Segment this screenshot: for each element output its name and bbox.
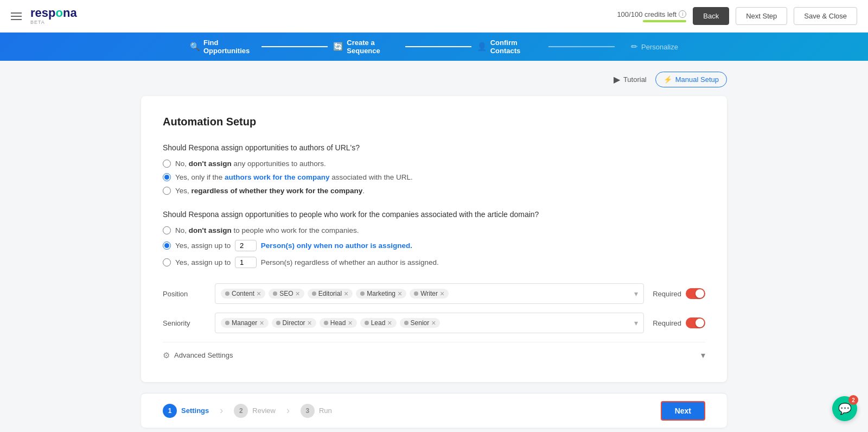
tag-lead: Lead×	[360, 318, 397, 328]
step-line-1	[261, 46, 328, 47]
seniority-tag-input[interactable]: Manager× Director× Head× Lead× Senior× ▾	[215, 313, 644, 333]
credits-info-icon[interactable]: i	[679, 10, 686, 18]
q2-option-no[interactable]: No, don't assign to people who work for …	[163, 226, 705, 234]
tag-director: Director×	[272, 318, 316, 328]
q2-radio-no[interactable]	[163, 226, 171, 234]
tag-content: Content×	[221, 289, 265, 298]
seniority-required-toggle[interactable]	[686, 317, 705, 328]
wizard-bar: 1 Settings › 2 Review › 3 Run Next	[141, 393, 727, 428]
credits-bar	[643, 20, 686, 22]
chat-badge: 2	[848, 395, 858, 405]
save-close-button[interactable]: Save & Close	[794, 7, 857, 25]
progress-bar: 🔍 Find Opportunities 🔄 Create a Sequence…	[0, 33, 868, 61]
q2-number-regardless[interactable]	[235, 257, 257, 268]
gear-icon: ⚙	[163, 351, 170, 360]
q1-radio-company[interactable]	[163, 173, 171, 181]
position-tag-input[interactable]: Content× SEO× Editorial× Marketing× Writ…	[215, 283, 644, 304]
tutorial-button[interactable]: ▶ Tutorial	[614, 74, 647, 85]
next-button[interactable]: Next	[661, 401, 705, 421]
next-step-button[interactable]: Next Step	[736, 7, 787, 25]
wizard-step-settings[interactable]: 1 Settings	[163, 404, 209, 418]
seniority-required: Required	[653, 317, 705, 328]
section-companies: Should Respona assign opportunities to p…	[163, 210, 705, 268]
q2-number-no-author[interactable]	[235, 240, 257, 251]
seniority-row: Seniority Manager× Director× Head× Lead×…	[163, 313, 705, 333]
step-confirm-contacts[interactable]: 👤 Confirm Contacts	[477, 39, 543, 55]
play-icon: ▶	[614, 74, 620, 85]
question-1: Should Respona assign opportunities to a…	[163, 143, 705, 152]
wizard-step-3-num: 3	[301, 404, 315, 418]
wizard-step-1-label: Settings	[181, 406, 209, 415]
logo-beta: BETA	[30, 20, 45, 25]
step-create-sequence[interactable]: 🔄 Create a Sequence	[333, 39, 399, 55]
step-find-opportunities[interactable]: 🔍 Find Opportunities	[190, 39, 256, 55]
advanced-settings-chevron-icon: ▾	[701, 350, 705, 360]
tag-editorial: Editorial×	[308, 289, 353, 298]
content-area: ▶ Tutorial ⚡ Manual Setup Automation Set…	[125, 61, 743, 432]
wizard-step-2-num: 2	[234, 404, 248, 418]
card-title: Automation Setup	[163, 116, 705, 128]
tag-head: Head×	[320, 318, 357, 328]
q1-radio-no[interactable]	[163, 160, 171, 168]
position-required: Required	[653, 288, 705, 299]
credits-info: 100/100 credits left i	[617, 10, 686, 22]
advanced-settings-left: ⚙ Advanced Settings	[163, 351, 233, 360]
step-line-2	[405, 46, 471, 47]
wizard-arrow-1: ›	[213, 403, 229, 419]
seniority-label: Seniority	[163, 319, 206, 327]
logo: respona BETA	[30, 7, 77, 25]
top-actions: ▶ Tutorial ⚡ Manual Setup	[141, 72, 727, 87]
step-personalize[interactable]: ✏ Personalize	[631, 42, 678, 52]
q2-radio-no-author[interactable]	[163, 242, 171, 250]
seniority-chevron-icon: ▾	[634, 319, 638, 327]
contacts-icon: 👤	[477, 42, 487, 52]
q2-radio-regardless[interactable]	[163, 258, 171, 266]
sequence-icon: 🔄	[333, 42, 343, 52]
q1-option-company[interactable]: Yes, only if the authors work for the co…	[163, 173, 705, 181]
main-card: Automation Setup Should Respona assign o…	[141, 96, 727, 382]
personalize-icon: ✏	[631, 42, 638, 52]
q2-option-no-author[interactable]: Yes, assign up to Person(s) only when no…	[163, 240, 705, 251]
section-authors: Should Respona assign opportunities to a…	[163, 143, 705, 195]
progress-steps: 🔍 Find Opportunities 🔄 Create a Sequence…	[190, 39, 678, 55]
q1-option-regardless[interactable]: Yes, regardless of whether they work for…	[163, 187, 705, 195]
q1-option-no[interactable]: No, don't assign any opportunities to au…	[163, 160, 705, 168]
q1-radio-regardless[interactable]	[163, 187, 171, 195]
step-line-3	[548, 46, 615, 47]
logo-text: respona	[30, 7, 77, 19]
wizard-step-1-num: 1	[163, 404, 177, 418]
header-right: 100/100 credits left i Back Next Step Sa…	[617, 7, 857, 25]
back-button[interactable]: Back	[693, 7, 729, 25]
position-required-toggle[interactable]	[686, 288, 705, 299]
position-row: Position Content× SEO× Editorial× Market…	[163, 283, 705, 304]
wizard-step-run[interactable]: 3 Run	[301, 404, 332, 418]
header: respona BETA 100/100 credits left i Back…	[0, 0, 868, 33]
tag-senior: Senior×	[400, 318, 441, 328]
chat-bubble[interactable]: 💬 2	[832, 396, 857, 421]
tag-writer: Writer×	[410, 289, 449, 298]
lightning-icon: ⚡	[663, 75, 672, 84]
manual-setup-button[interactable]: ⚡ Manual Setup	[655, 72, 727, 87]
credits-bar-fill	[643, 20, 686, 22]
tag-marketing: Marketing×	[356, 289, 406, 298]
chat-icon: 💬	[838, 402, 852, 415]
search-icon: 🔍	[190, 42, 200, 52]
tag-manager: Manager×	[221, 318, 269, 328]
wizard-step-review[interactable]: 2 Review	[234, 404, 276, 418]
position-label: Position	[163, 290, 206, 298]
wizard-arrow-2: ›	[280, 403, 296, 419]
credits-label: 100/100 credits left i	[617, 10, 686, 18]
question-2: Should Respona assign opportunities to p…	[163, 210, 705, 219]
position-chevron-icon: ▾	[634, 289, 638, 298]
tag-seo: SEO×	[269, 289, 304, 298]
advanced-settings[interactable]: ⚙ Advanced Settings ▾	[163, 342, 705, 363]
wizard-step-3-label: Run	[319, 406, 332, 415]
wizard-step-2-label: Review	[252, 406, 276, 415]
q2-option-regardless[interactable]: Yes, assign up to Person(s) regardless o…	[163, 257, 705, 268]
hamburger-menu[interactable]	[11, 12, 22, 20]
